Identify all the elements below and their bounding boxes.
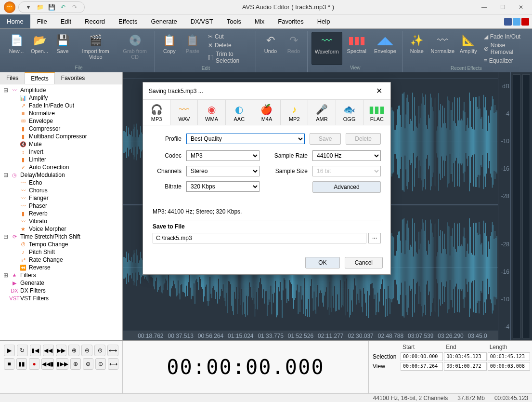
bitrate-select[interactable]: 320 Kbps	[186, 181, 260, 192]
tree-item[interactable]: ▮Limiter	[1, 156, 121, 163]
menu-generate[interactable]: Generate	[144, 14, 183, 28]
skip-start-button[interactable]: ▮◀	[30, 345, 41, 356]
samplerate-select[interactable]: 44100 Hz	[312, 150, 381, 161]
format-amr[interactable]: 🎤AMR	[308, 100, 336, 125]
tree-item[interactable]: 〰Phaser	[1, 202, 121, 210]
loop-button[interactable]: ↻	[17, 345, 28, 356]
view-start[interactable]: 00:00:57.264	[401, 362, 443, 371]
qat-dropdown-icon[interactable]: ▾	[24, 3, 33, 12]
redo-icon[interactable]: ↷	[70, 3, 79, 12]
rewind-button[interactable]: ◀◀	[43, 345, 54, 356]
play-button[interactable]: ▶	[4, 345, 15, 356]
menu-file[interactable]: File	[30, 14, 54, 28]
ok-button[interactable]: OK	[305, 257, 339, 268]
tree-item[interactable]: ⊟◷Delay/Modulation	[1, 171, 121, 179]
format-ogg[interactable]: 🐟OGG	[336, 100, 363, 125]
format-m4a[interactable]: 🍎M4A	[253, 100, 281, 125]
format-wma[interactable]: ◉WMA	[198, 100, 225, 125]
codec-select[interactable]: MP3	[186, 150, 260, 161]
save-button[interactable]: 💾Save	[52, 32, 73, 65]
time-ruler[interactable]: 00:18.76200:37.51300:56.26401:15.02401:3…	[123, 331, 498, 340]
tree-item[interactable]: ⇄Rate Change	[1, 256, 121, 264]
tree-item[interactable]: 📊Amplify	[1, 94, 121, 102]
forward-button[interactable]: ▶▶	[56, 345, 67, 356]
prev-marker-button[interactable]: ◀◀▮	[41, 358, 54, 370]
format-mp2[interactable]: ♪MP2	[281, 100, 308, 125]
close-button[interactable]: ✕	[514, 2, 528, 12]
format-aac[interactable]: ◐AAC	[226, 100, 253, 125]
tree-item[interactable]: ↕Invert	[1, 148, 121, 156]
zoom-in-v-button[interactable]: ⊕	[70, 358, 81, 370]
channels-select[interactable]: Stereo	[186, 166, 260, 176]
view-length[interactable]: 00:00:03.008	[488, 362, 530, 371]
minimize-button[interactable]: —	[477, 2, 492, 12]
selection-length[interactable]: 00:03:45.123	[488, 352, 530, 361]
next-marker-button[interactable]: ▮▶▶	[56, 358, 68, 370]
view-end[interactable]: 00:01:00.272	[444, 362, 486, 371]
fade-button[interactable]: ◢Fade In/Out	[483, 33, 524, 40]
menu-help[interactable]: Help	[311, 14, 337, 28]
tree-item[interactable]: ♪Pitch Shift	[1, 248, 121, 256]
trim-button[interactable]: ⟦⟧Trim to Selection	[207, 50, 251, 65]
facebook-icon[interactable]	[504, 18, 512, 26]
tree-item[interactable]: VSTVST Filters	[1, 295, 121, 302]
new-button[interactable]: 📄New...	[6, 32, 27, 65]
stop-button[interactable]: ■	[4, 358, 14, 370]
save-profile-button[interactable]: Save	[310, 133, 341, 145]
tree-item[interactable]: ★Voice Morpher	[1, 225, 121, 233]
zoom-out-v-button[interactable]: ⊖	[83, 358, 93, 370]
tree-item[interactable]: ⊟⟳Time Stretch/Pitch Shift	[1, 233, 121, 241]
copy-button[interactable]: 📋Copy	[159, 32, 180, 66]
noise-removal-button[interactable]: ⊘Noise Removal	[483, 41, 524, 56]
equalizer-button[interactable]: ≡Equalizer	[483, 57, 524, 65]
tree-item[interactable]: 🔇Mute	[1, 140, 121, 148]
format-wav[interactable]: 〰WAV	[170, 100, 198, 125]
open-button[interactable]: 📂Open...	[29, 32, 50, 65]
tree-item[interactable]: ▮Compressor	[1, 125, 121, 133]
dialog-close-button[interactable]: ✕	[373, 86, 385, 95]
cancel-button[interactable]: Cancel	[345, 257, 383, 268]
tree-item[interactable]: ✉Envelope	[1, 117, 121, 125]
waveform-view-button[interactable]: 〰Waveform	[311, 32, 342, 65]
tree-item[interactable]: ✓Auto Correction	[1, 163, 121, 171]
tree-item[interactable]: 〰Flanger	[1, 194, 121, 202]
menu-dx/vst[interactable]: DX/VST	[184, 14, 220, 28]
tree-item[interactable]: 〰Echo	[1, 179, 121, 187]
zoom-out-button[interactable]: ⊖	[81, 345, 92, 356]
tree-item[interactable]: ≡Normalize	[1, 109, 121, 117]
folder-icon[interactable]: 📁	[35, 3, 45, 12]
tree-item[interactable]: ▶Generate	[1, 279, 121, 287]
undo-button[interactable]: ↶Undo	[260, 32, 281, 70]
cut-button[interactable]: ✂Cut	[207, 33, 251, 40]
zoom-fit-button[interactable]: ⊙	[94, 345, 105, 356]
menu-mix[interactable]: Mix	[248, 14, 271, 28]
profile-select[interactable]: Best Quality	[186, 134, 305, 144]
noise-button[interactable]: ✨Noise	[406, 32, 428, 66]
browse-button[interactable]: ...	[368, 233, 381, 243]
envelope-view-button[interactable]: ◢◣Envelope	[371, 32, 399, 65]
normalize-button[interactable]: 〰Normalize	[429, 32, 456, 66]
delete-button[interactable]: ✕Delete	[207, 41, 251, 49]
menu-record[interactable]: Record	[78, 14, 112, 28]
tree-item[interactable]: DXDX Filters	[1, 287, 121, 295]
tree-item[interactable]: 〰Chorus	[1, 187, 121, 194]
side-tab-favorites[interactable]: Favorites	[55, 72, 91, 84]
menu-tools[interactable]: Tools	[220, 14, 248, 28]
menu-home[interactable]: Home	[0, 14, 30, 28]
zoom-selection-v-button[interactable]: ⟷	[108, 358, 118, 370]
effects-tree[interactable]: ⊟〰Amplitude📊Amplify↗Fade In/Fade Out≡Nor…	[0, 84, 122, 340]
tree-item[interactable]: ↗Fade In/Fade Out	[1, 102, 121, 109]
selection-end[interactable]: 00:03:45.123	[444, 352, 486, 361]
advanced-button[interactable]: Advanced	[312, 181, 381, 193]
delete-profile-button[interactable]: Delete	[346, 133, 381, 145]
tree-item[interactable]: 〰Vibrato	[1, 217, 121, 225]
record-button[interactable]: ●	[29, 358, 39, 370]
zoom-fit-v-button[interactable]: ⊙	[95, 358, 106, 370]
import-video-button[interactable]: 🎬Import from Video	[75, 32, 116, 65]
tree-item[interactable]: ▮Multiband Compressor	[1, 133, 121, 140]
tree-item[interactable]: ⏪Reverse	[1, 264, 121, 271]
menu-favorites[interactable]: Favorites	[271, 14, 310, 28]
format-mp3[interactable]: 🎧MP3	[143, 100, 170, 125]
side-tab-effects[interactable]: Effects	[25, 72, 54, 84]
save-icon[interactable]: 💾	[47, 3, 56, 12]
